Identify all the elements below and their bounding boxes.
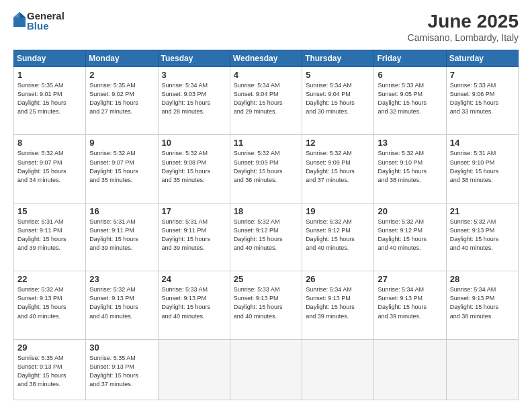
day-info: Sunrise: 5:31 AM Sunset: 9:11 PM Dayligh… [89, 218, 154, 253]
table-row [230, 339, 302, 400]
day-info: Sunrise: 5:33 AM Sunset: 9:05 PM Dayligh… [378, 81, 442, 116]
day-info: Sunrise: 5:35 AM Sunset: 9:13 PM Dayligh… [89, 354, 154, 389]
day-number: 25 [234, 274, 298, 284]
title-section: June 2025 Camisano, Lombardy, Italy [408, 11, 519, 43]
table-row: 14Sunrise: 5:31 AM Sunset: 9:10 PM Dayli… [446, 135, 518, 203]
table-row [446, 339, 518, 400]
month-year-title: June 2025 [408, 11, 519, 32]
location-subtitle: Camisano, Lombardy, Italy [408, 32, 519, 43]
day-number: 8 [17, 138, 82, 148]
day-info: Sunrise: 5:32 AM Sunset: 9:12 PM Dayligh… [378, 218, 442, 253]
table-row: 28Sunrise: 5:34 AM Sunset: 9:13 PM Dayli… [446, 271, 518, 339]
table-row: 26Sunrise: 5:34 AM Sunset: 9:13 PM Dayli… [302, 271, 374, 339]
day-number: 20 [378, 206, 442, 216]
day-info: Sunrise: 5:32 AM Sunset: 9:12 PM Dayligh… [306, 218, 370, 253]
calendar-week-row: 8Sunrise: 5:32 AM Sunset: 9:07 PM Daylig… [14, 135, 519, 203]
logo-text: General Blue [27, 11, 64, 31]
table-row: 22Sunrise: 5:32 AM Sunset: 9:13 PM Dayli… [14, 271, 86, 339]
calendar-week-row: 29Sunrise: 5:35 AM Sunset: 9:13 PM Dayli… [14, 339, 519, 400]
header: General Blue June 2025 Camisano, Lombard… [13, 11, 519, 43]
day-info: Sunrise: 5:34 AM Sunset: 9:13 PM Dayligh… [378, 285, 442, 320]
day-number: 24 [162, 274, 226, 284]
day-info: Sunrise: 5:33 AM Sunset: 9:13 PM Dayligh… [162, 285, 226, 320]
table-row: 11Sunrise: 5:32 AM Sunset: 9:09 PM Dayli… [230, 135, 302, 203]
day-info: Sunrise: 5:32 AM Sunset: 9:13 PM Dayligh… [89, 285, 154, 320]
day-number: 27 [378, 274, 442, 284]
table-row: 18Sunrise: 5:32 AM Sunset: 9:12 PM Dayli… [230, 203, 302, 271]
day-info: Sunrise: 5:31 AM Sunset: 9:11 PM Dayligh… [17, 218, 82, 253]
day-info: Sunrise: 5:32 AM Sunset: 9:10 PM Dayligh… [378, 149, 442, 184]
logo-general-text: General [27, 11, 64, 21]
calendar-header-row: Sunday Monday Tuesday Wednesday Thursday… [14, 50, 519, 67]
table-row: 12Sunrise: 5:32 AM Sunset: 9:09 PM Dayli… [302, 135, 374, 203]
table-row: 13Sunrise: 5:32 AM Sunset: 9:10 PM Dayli… [374, 135, 446, 203]
day-info: Sunrise: 5:32 AM Sunset: 9:09 PM Dayligh… [306, 149, 370, 184]
day-number: 23 [89, 274, 154, 284]
day-number: 28 [450, 274, 515, 284]
table-row: 24Sunrise: 5:33 AM Sunset: 9:13 PM Dayli… [158, 271, 230, 339]
calendar-table: Sunday Monday Tuesday Wednesday Thursday… [13, 50, 519, 400]
day-info: Sunrise: 5:35 AM Sunset: 9:02 PM Dayligh… [89, 81, 154, 116]
day-info: Sunrise: 5:34 AM Sunset: 9:03 PM Dayligh… [162, 81, 226, 116]
day-number: 17 [162, 206, 226, 216]
col-monday: Monday [86, 50, 158, 67]
day-number: 21 [450, 206, 515, 216]
svg-marker-2 [13, 12, 19, 17]
page: General Blue June 2025 Camisano, Lombard… [0, 0, 532, 411]
calendar-week-row: 15Sunrise: 5:31 AM Sunset: 9:11 PM Dayli… [14, 203, 519, 271]
day-info: Sunrise: 5:32 AM Sunset: 9:13 PM Dayligh… [17, 285, 82, 320]
day-info: Sunrise: 5:31 AM Sunset: 9:10 PM Dayligh… [450, 149, 515, 184]
table-row: 27Sunrise: 5:34 AM Sunset: 9:13 PM Dayli… [374, 271, 446, 339]
svg-marker-1 [19, 12, 26, 17]
table-row: 23Sunrise: 5:32 AM Sunset: 9:13 PM Dayli… [86, 271, 158, 339]
table-row [374, 339, 446, 400]
day-number: 9 [89, 138, 154, 148]
logo: General Blue [13, 11, 64, 31]
table-row: 17Sunrise: 5:31 AM Sunset: 9:11 PM Dayli… [158, 203, 230, 271]
day-info: Sunrise: 5:32 AM Sunset: 9:09 PM Dayligh… [234, 149, 298, 184]
table-row: 16Sunrise: 5:31 AM Sunset: 9:11 PM Dayli… [86, 203, 158, 271]
table-row: 15Sunrise: 5:31 AM Sunset: 9:11 PM Dayli… [14, 203, 86, 271]
day-number: 3 [162, 70, 226, 80]
day-number: 6 [378, 70, 442, 80]
day-number: 4 [234, 70, 298, 80]
day-info: Sunrise: 5:34 AM Sunset: 9:04 PM Dayligh… [234, 81, 298, 116]
day-number: 5 [306, 70, 370, 80]
day-number: 22 [17, 274, 82, 284]
col-tuesday: Tuesday [158, 50, 230, 67]
table-row: 25Sunrise: 5:33 AM Sunset: 9:13 PM Dayli… [230, 271, 302, 339]
table-row: 1Sunrise: 5:35 AM Sunset: 9:01 PM Daylig… [14, 67, 86, 135]
day-number: 1 [17, 70, 82, 80]
day-info: Sunrise: 5:34 AM Sunset: 9:13 PM Dayligh… [450, 285, 515, 320]
day-info: Sunrise: 5:35 AM Sunset: 9:13 PM Dayligh… [17, 354, 82, 389]
day-info: Sunrise: 5:32 AM Sunset: 9:08 PM Dayligh… [162, 149, 226, 184]
table-row [158, 339, 230, 400]
day-info: Sunrise: 5:35 AM Sunset: 9:01 PM Dayligh… [17, 81, 82, 116]
table-row: 7Sunrise: 5:33 AM Sunset: 9:06 PM Daylig… [446, 67, 518, 135]
day-number: 16 [89, 206, 154, 216]
day-number: 26 [306, 274, 370, 284]
day-number: 10 [162, 138, 226, 148]
calendar-week-row: 22Sunrise: 5:32 AM Sunset: 9:13 PM Dayli… [14, 271, 519, 339]
col-wednesday: Wednesday [230, 50, 302, 67]
day-number: 7 [450, 70, 515, 80]
day-info: Sunrise: 5:33 AM Sunset: 9:13 PM Dayligh… [234, 285, 298, 320]
logo-blue-text: Blue [27, 21, 64, 31]
day-info: Sunrise: 5:34 AM Sunset: 9:04 PM Dayligh… [306, 81, 370, 116]
table-row: 6Sunrise: 5:33 AM Sunset: 9:05 PM Daylig… [374, 67, 446, 135]
table-row: 2Sunrise: 5:35 AM Sunset: 9:02 PM Daylig… [86, 67, 158, 135]
calendar-week-row: 1Sunrise: 5:35 AM Sunset: 9:01 PM Daylig… [14, 67, 519, 135]
col-friday: Friday [374, 50, 446, 67]
table-row: 5Sunrise: 5:34 AM Sunset: 9:04 PM Daylig… [302, 67, 374, 135]
day-number: 11 [234, 138, 298, 148]
table-row: 30Sunrise: 5:35 AM Sunset: 9:13 PM Dayli… [86, 339, 158, 400]
col-thursday: Thursday [302, 50, 374, 67]
day-number: 30 [89, 342, 154, 353]
day-info: Sunrise: 5:33 AM Sunset: 9:06 PM Dayligh… [450, 81, 515, 116]
day-number: 29 [17, 342, 82, 353]
table-row: 21Sunrise: 5:32 AM Sunset: 9:13 PM Dayli… [446, 203, 518, 271]
table-row: 3Sunrise: 5:34 AM Sunset: 9:03 PM Daylig… [158, 67, 230, 135]
table-row: 19Sunrise: 5:32 AM Sunset: 9:12 PM Dayli… [302, 203, 374, 271]
table-row [302, 339, 374, 400]
table-row: 20Sunrise: 5:32 AM Sunset: 9:12 PM Dayli… [374, 203, 446, 271]
